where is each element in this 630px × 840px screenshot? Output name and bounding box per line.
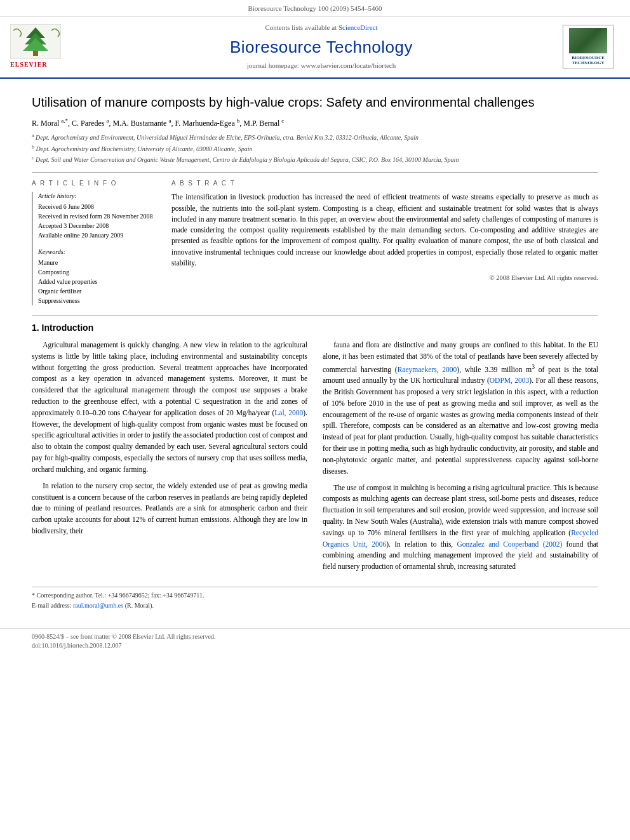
- ref-gonzalez-cooperband[interactable]: Gonzalez and Cooperband (2002): [457, 540, 563, 548]
- keyword-4: Organic fertiliser: [38, 287, 159, 296]
- paper-title: Utilisation of manure composts by high-v…: [32, 94, 598, 110]
- body-columns: Agricultural management is quickly chang…: [32, 340, 598, 578]
- journal-homepage: journal homepage: www.elsevier.com/locat…: [80, 61, 563, 70]
- footnote-email: E-mail address: raul.moral@umh.es (R. Mo…: [32, 601, 598, 610]
- footnote-corresponding: * Corresponding author. Tel.: +34 966749…: [32, 591, 598, 600]
- intro-para-1: Agricultural management is quickly chang…: [32, 340, 307, 476]
- intro-heading: 1. Introduction: [32, 322, 598, 335]
- article-info-label: A R T I C L E I N F O: [32, 179, 159, 188]
- introduction-section: 1. Introduction Agricultural management …: [32, 322, 598, 578]
- abstract-text: The intensification in livestock product…: [171, 192, 598, 269]
- footnote-area: * Corresponding author. Tel.: +34 966749…: [32, 587, 598, 610]
- info-abstract-section: A R T I C L E I N F O Article history: R…: [32, 179, 598, 306]
- keyword-2: Composting: [38, 268, 159, 277]
- keyword-3: Added value properties: [38, 277, 159, 286]
- keywords-section: Keywords: Manure Composting Added value …: [38, 248, 159, 305]
- sciencedirect-line: Contents lists available at ScienceDirec…: [80, 23, 563, 32]
- divider-1: [32, 172, 598, 173]
- issn-line: 0960-8524/$ – see front matter © 2008 El…: [32, 632, 598, 641]
- accepted-date: Accepted 3 December 2008: [38, 222, 159, 230]
- keyword-1: Manure: [38, 258, 159, 267]
- ref-odpm-2003[interactable]: ODPM, 2003: [490, 377, 530, 384]
- ref-raeymaekers-2000[interactable]: Raeymaekers, 2000: [398, 365, 457, 373]
- journal-reference: Bioresource Technology 100 (2009) 5454–5…: [0, 0, 630, 17]
- affiliations: a Dept. Agrochemistry and Environment, U…: [32, 132, 598, 164]
- body-col-right: fauna and flora are distinctive and many…: [323, 340, 598, 578]
- brt-logo: BIORESOURCE TECHNOLOGY: [563, 25, 620, 69]
- intro-para-4: The use of compost in mulching is becomi…: [323, 483, 598, 573]
- body-col-left: Agricultural management is quickly chang…: [32, 340, 307, 578]
- elsevier-label: ELSEVIER: [10, 60, 48, 69]
- bottom-bar: 0960-8524/$ – see front matter © 2008 El…: [0, 628, 630, 654]
- keywords-label: Keywords:: [38, 248, 159, 257]
- elsevier-logo: ELSEVIER: [10, 24, 80, 69]
- footnote-email-link[interactable]: raul.moral@umh.es: [73, 602, 123, 609]
- received-date: Received 6 June 2008: [38, 203, 159, 211]
- abstract-section: A B S T R A C T The intensification in l…: [171, 179, 598, 306]
- revised-date: Received in revised form 28 November 200…: [38, 212, 159, 221]
- authors-line: R. Moral a,*, C. Paredes a, M.A. Bustama…: [32, 117, 598, 129]
- ref-lal-2000[interactable]: Lal, 2000: [274, 409, 303, 417]
- history-label: Article history:: [38, 192, 159, 201]
- intro-para-3: fauna and flora are distinctive and many…: [323, 340, 598, 477]
- keyword-5: Suppressiveness: [38, 297, 159, 305]
- sciencedirect-link[interactable]: ScienceDirect: [338, 23, 378, 31]
- article-info: A R T I C L E I N F O Article history: R…: [32, 179, 159, 306]
- available-date: Available online 20 January 2009: [38, 231, 159, 240]
- abstract-label: A B S T R A C T: [171, 179, 598, 188]
- copyright-line: © 2008 Elsevier Ltd. All rights reserved…: [171, 274, 598, 283]
- journal-header: ELSEVIER Contents lists available at Sci…: [0, 17, 630, 78]
- journal-title-area: Contents lists available at ScienceDirec…: [80, 23, 563, 70]
- content-area: Utilisation of manure composts by high-v…: [0, 79, 630, 622]
- divider-2: [32, 315, 598, 316]
- doi-line: doi:10.1016/j.biortech.2008.12.007: [32, 641, 598, 650]
- intro-para-2: In relation to the nursery crop sector, …: [32, 481, 307, 537]
- journal-title: Bioresource Technology: [80, 36, 563, 58]
